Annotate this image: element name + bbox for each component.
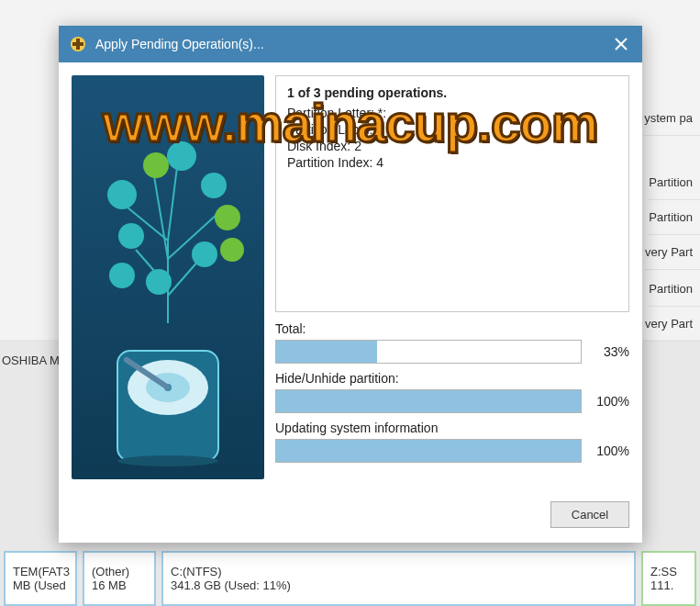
update-progress bbox=[275, 439, 582, 463]
svg-point-3 bbox=[107, 180, 137, 209]
part-size: 16 MB bbox=[92, 578, 147, 592]
partition-index-value: 4 bbox=[376, 155, 383, 170]
hide-label: Hide/Unhide partition: bbox=[275, 371, 629, 386]
total-label: Total: bbox=[275, 321, 629, 336]
disk-index-label: Disk Index: bbox=[287, 139, 350, 153]
total-progress bbox=[275, 340, 582, 364]
operation-info: 1 of 3 pending operations. Partition Let… bbox=[275, 75, 629, 312]
part-name: Z:SS bbox=[650, 565, 687, 578]
svg-point-5 bbox=[167, 141, 196, 171]
partition-box[interactable]: Z:SS 111. bbox=[641, 551, 696, 606]
hide-percent: 100% bbox=[589, 394, 629, 409]
svg-point-18 bbox=[117, 455, 218, 466]
cancel-button[interactable]: Cancel bbox=[550, 501, 629, 528]
illustration bbox=[72, 75, 264, 479]
close-icon bbox=[615, 38, 628, 50]
partition-label-label: Partition Label: bbox=[287, 122, 372, 137]
disk-index-value: 2 bbox=[354, 139, 361, 153]
partition-letter-value: *: bbox=[378, 106, 386, 120]
bg-row: Partition bbox=[649, 272, 700, 307]
disk-label: OSHIBA M bbox=[0, 354, 60, 367]
svg-point-12 bbox=[220, 238, 244, 262]
partition-box[interactable]: (Other) 16 MB bbox=[83, 551, 156, 606]
total-percent: 33% bbox=[589, 344, 629, 359]
svg-point-10 bbox=[109, 263, 135, 288]
bg-row: Partition bbox=[649, 165, 700, 200]
close-button[interactable] bbox=[607, 30, 635, 58]
part-size: 111. bbox=[650, 578, 687, 592]
apply-operations-dialog: Apply Pending Operation(s)... bbox=[59, 26, 642, 543]
svg-point-11 bbox=[146, 269, 172, 295]
svg-point-9 bbox=[192, 241, 217, 267]
update-progress-fill bbox=[276, 440, 581, 462]
partition-strip: TEM(FAT3 MB (Used (Other) 16 MB C:(NTFS)… bbox=[0, 551, 700, 606]
operation-heading: 1 of 3 pending operations. bbox=[287, 85, 617, 100]
svg-rect-2 bbox=[72, 42, 83, 46]
total-progress-fill bbox=[276, 341, 377, 363]
partition-box[interactable]: TEM(FAT3 MB (Used bbox=[4, 551, 77, 606]
part-name: C:(NTFS) bbox=[171, 565, 627, 578]
partition-index-label: Partition Index: bbox=[287, 155, 372, 170]
bg-row: very Part bbox=[645, 235, 700, 270]
partition-letter-label: Partition Letter: bbox=[287, 106, 374, 120]
app-icon bbox=[68, 34, 88, 54]
part-name: TEM(FAT3 bbox=[13, 565, 68, 578]
part-size: 341.8 GB (Used: 11%) bbox=[171, 578, 627, 592]
titlebar: Apply Pending Operation(s)... bbox=[59, 26, 642, 62]
hide-progress bbox=[275, 389, 582, 413]
svg-point-8 bbox=[118, 223, 144, 249]
part-size: MB (Used bbox=[13, 578, 68, 592]
bg-row: ystem pa bbox=[644, 101, 700, 136]
dialog-title: Apply Pending Operation(s)... bbox=[95, 37, 607, 51]
update-percent: 100% bbox=[589, 443, 629, 458]
hide-progress-fill bbox=[276, 390, 581, 412]
partition-box[interactable]: C:(NTFS) 341.8 GB (Used: 11%) bbox=[161, 551, 636, 606]
part-name: (Other) bbox=[92, 565, 147, 578]
svg-point-6 bbox=[201, 173, 227, 198]
update-label: Updating system information bbox=[275, 421, 629, 435]
bg-row: very Part bbox=[645, 307, 700, 342]
bg-row: Partition bbox=[649, 200, 700, 235]
svg-point-7 bbox=[215, 205, 240, 230]
svg-point-4 bbox=[143, 152, 169, 178]
